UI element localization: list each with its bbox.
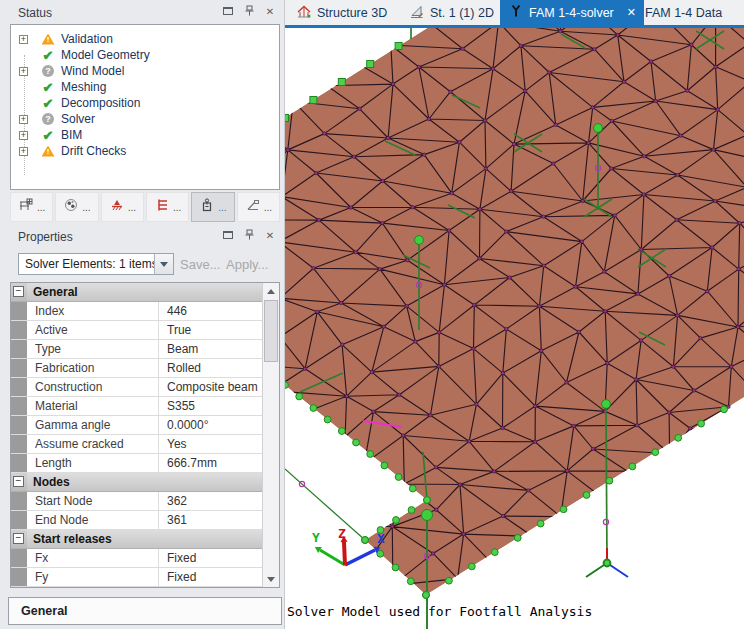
close-icon[interactable]: ✕ [264, 5, 276, 17]
property-value[interactable]: 361 [159, 511, 279, 529]
status-tree: +!Validation✔Model Geometry+?Wind Model✔… [10, 24, 280, 190]
collapse-icon[interactable]: − [13, 533, 24, 544]
status-panel: Status ✕ +!Validation✔Model Geometry+?Wi… [8, 2, 282, 222]
app-window: Status ✕ +!Validation✔Model Geometry+?Wi… [0, 0, 744, 629]
status-toolbar-button-5[interactable]: ... [191, 192, 234, 222]
tab-label: FAM 1-4 Data [645, 6, 722, 20]
group-name: Start releases [27, 530, 112, 548]
property-value[interactable]: Fixed [159, 568, 279, 586]
property-label: Start Node [27, 492, 159, 510]
expand-icon[interactable]: + [19, 67, 28, 76]
status-item-label: Wind Model [61, 64, 124, 78]
status-tree-item-validation[interactable]: +!Validation [11, 31, 279, 47]
status-tree-item-model-geometry[interactable]: ✔Model Geometry [11, 47, 279, 63]
property-group-header[interactable]: −Start releases [11, 530, 279, 549]
status-tree-item-drift-checks[interactable]: +!Drift Checks [11, 143, 279, 159]
tab-label: St. 1 (1) 2D [430, 6, 494, 20]
load-lines-icon [154, 197, 170, 217]
property-label: Assume cracked [27, 435, 159, 453]
scroll-up-icon[interactable] [263, 283, 279, 299]
apply-button[interactable]: Apply... [226, 257, 268, 272]
property-value[interactable]: S355 [159, 397, 279, 415]
property-value[interactable]: 0.0000° [159, 416, 279, 434]
check-icon: ✔ [41, 129, 55, 142]
status-toolbar-button-3[interactable]: ... [101, 192, 144, 222]
expand-icon[interactable]: + [19, 115, 28, 124]
property-row[interactable]: FabricationRolled [11, 359, 279, 378]
property-value[interactable]: 446 [159, 302, 279, 320]
status-item-label: BIM [61, 128, 82, 142]
status-toolbar-button-6[interactable]: ... [237, 192, 280, 222]
property-row[interactable]: Start Node362 [11, 492, 279, 511]
property-row[interactable]: Gamma angle0.0000° [11, 416, 279, 435]
property-label: Gamma angle [27, 416, 159, 434]
status-tree-item-bim[interactable]: +✔BIM [11, 127, 279, 143]
close-icon[interactable]: ✕ [264, 229, 276, 241]
property-value[interactable]: Fixed [159, 549, 279, 567]
property-row[interactable]: FxFixed [11, 549, 279, 568]
check-icon: ✔ [41, 81, 55, 94]
status-item-label: Meshing [61, 80, 106, 94]
tab-close-icon[interactable]: ✕ [627, 6, 636, 19]
property-row[interactable]: Index446 [11, 302, 279, 321]
collapse-icon[interactable]: − [13, 286, 24, 297]
property-row[interactable]: Assume crackedYes [11, 435, 279, 454]
selection-dropdown[interactable]: Solver Elements: 1 items [18, 253, 174, 275]
property-value[interactable]: 666.7mm [159, 454, 279, 472]
property-label: End Node [27, 511, 159, 529]
tab-structure-3d[interactable]: Structure 3D [288, 0, 395, 25]
property-value[interactable]: Composite beam [159, 378, 279, 396]
scroll-down-icon[interactable] [263, 571, 279, 587]
status-toolbar-button-1[interactable]: ... [10, 192, 53, 222]
expand-icon[interactable]: + [19, 147, 28, 156]
property-label: Active [27, 321, 159, 339]
tab-label: Structure 3D [317, 6, 387, 20]
property-row[interactable]: ConstructionComposite beam [11, 378, 279, 397]
property-group-header[interactable]: −General [11, 283, 279, 302]
tab-fam-1-4-solver[interactable]: FAM 1-4-solver✕ [500, 0, 644, 25]
property-value[interactable]: Rolled [159, 359, 279, 377]
status-tree-item-decomposition[interactable]: ✔Decomposition [11, 95, 279, 111]
collapse-icon[interactable]: − [13, 476, 24, 487]
expand-icon[interactable]: + [19, 35, 28, 44]
solver-3d-viewport[interactable]: YZX [285, 0, 744, 629]
expand-icon[interactable]: + [19, 131, 28, 140]
property-value[interactable]: 362 [159, 492, 279, 510]
status-tree-item-meshing[interactable]: ✔Meshing [11, 79, 279, 95]
property-row[interactable]: TypeBeam [11, 340, 279, 359]
solver-y-icon [508, 3, 524, 22]
property-row[interactable]: Length666.7mm [11, 454, 279, 473]
float-icon[interactable] [222, 5, 234, 17]
pin-icon[interactable] [243, 229, 255, 241]
check-icon: ✔ [41, 97, 55, 110]
status-toolbar-button-4[interactable]: ... [146, 192, 189, 222]
chevron-down-icon[interactable] [154, 254, 173, 274]
property-group-header[interactable]: −Nodes [11, 473, 279, 492]
save-button[interactable]: Save... [180, 257, 220, 272]
tab-fam-1-4-data[interactable]: FAM 1-4 Data [637, 0, 730, 25]
scrollbar-thumb[interactable] [264, 300, 278, 362]
footer-group-bar[interactable]: General [8, 597, 282, 625]
axis-label-x: X [377, 531, 385, 546]
float-icon[interactable] [222, 229, 234, 241]
view-area: YZX Structure 3DSt. 1 (1) 2DFAM 1-4-solv… [285, 0, 744, 629]
status-item-label: Drift Checks [61, 144, 126, 158]
property-value[interactable]: True [159, 321, 279, 339]
property-row[interactable]: End Node361 [11, 511, 279, 530]
property-label: Construction [27, 378, 159, 396]
status-toolbar-button-2[interactable]: ... [55, 192, 98, 222]
status-tree-item-wind-model[interactable]: +?Wind Model [11, 63, 279, 79]
property-row[interactable]: FyFixed [11, 568, 279, 587]
warning-icon: ! [41, 145, 55, 158]
status-tree-item-solver[interactable]: +?Solver [11, 111, 279, 127]
property-grid-scrollbar[interactable] [262, 283, 279, 587]
pin-icon[interactable] [243, 5, 255, 17]
property-value[interactable]: Beam [159, 340, 279, 358]
property-row[interactable]: ActiveTrue [11, 321, 279, 340]
property-row[interactable]: MaterialS355 [11, 397, 279, 416]
selection-dropdown-value: Solver Elements: 1 items [25, 257, 158, 271]
properties-title: Properties [18, 230, 73, 244]
tab-st-1-1-2d[interactable]: St. 1 (1) 2D [401, 0, 502, 25]
property-value[interactable]: Yes [159, 435, 279, 453]
property-label: Index [27, 302, 159, 320]
